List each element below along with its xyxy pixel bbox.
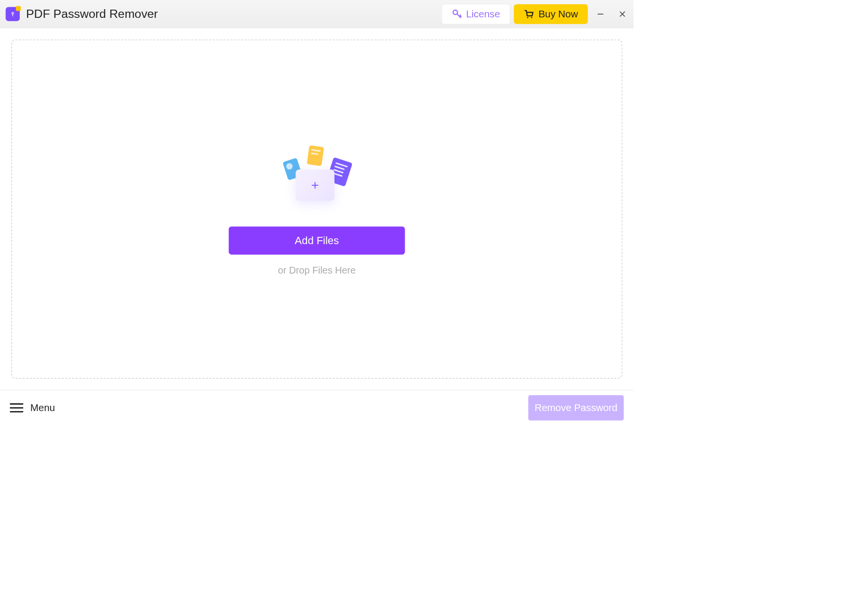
svg-point-3 <box>531 17 532 18</box>
close-icon <box>619 11 626 18</box>
license-label: License <box>466 8 500 19</box>
buy-now-button[interactable]: Buy Now <box>514 4 588 24</box>
cart-icon <box>524 9 534 19</box>
doc-icon-yellow <box>307 145 324 166</box>
menu-button[interactable]: Menu <box>10 402 55 413</box>
svg-point-2 <box>527 17 529 18</box>
license-button[interactable]: License <box>442 4 510 24</box>
add-files-button[interactable]: Add Files <box>229 226 405 254</box>
drop-zone[interactable]: + Add Files or Drop Files Here <box>11 40 622 379</box>
remove-password-button[interactable]: Remove Password <box>528 395 624 421</box>
files-illustration: + <box>278 142 356 212</box>
plus-icon: + <box>311 178 319 193</box>
key-icon <box>452 9 462 19</box>
hamburger-icon <box>10 403 23 412</box>
footer-bar: Menu Remove Password <box>0 390 634 425</box>
minimize-button[interactable] <box>595 8 606 19</box>
doc-icon-add: + <box>295 169 334 201</box>
drop-hint-text: or Drop Files Here <box>278 265 356 276</box>
window-controls <box>595 8 628 19</box>
buy-label: Buy Now <box>538 8 578 19</box>
close-button[interactable] <box>617 8 628 19</box>
menu-label: Menu <box>30 402 55 413</box>
main-area: + Add Files or Drop Files Here <box>0 28 634 390</box>
app-title: PDF Password Remover <box>26 7 442 21</box>
app-icon <box>6 7 20 21</box>
title-bar: PDF Password Remover License Buy Now <box>0 0 634 28</box>
key-lock-icon <box>9 11 16 18</box>
minimize-icon <box>597 11 604 18</box>
